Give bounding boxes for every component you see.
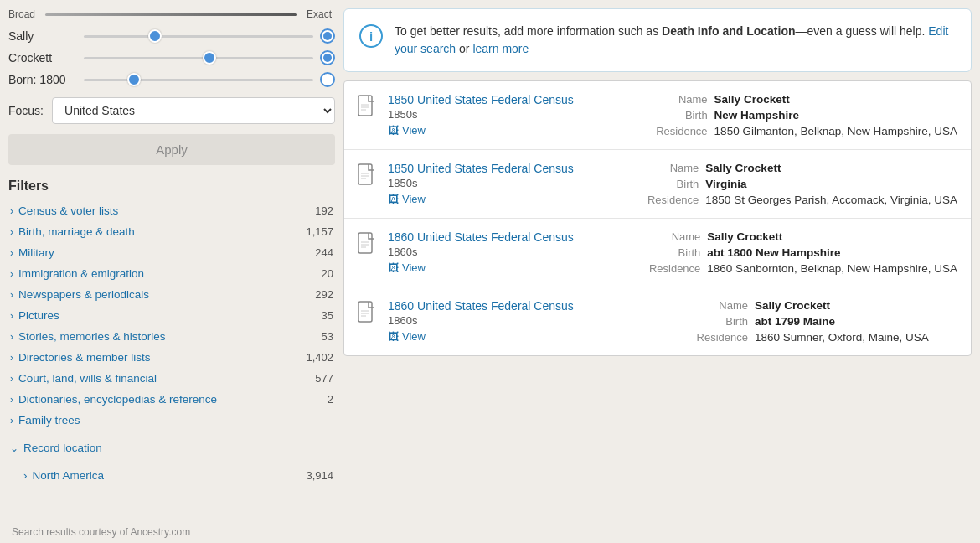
result-view[interactable]: 🖼 View xyxy=(388,124,637,137)
result-link[interactable]: 1860 United States Federal Census xyxy=(388,230,574,244)
result-decade: 1860s xyxy=(388,314,678,327)
birth-value: Virginia xyxy=(705,178,746,190)
born-radio[interactable] xyxy=(320,72,335,87)
result-title[interactable]: 1850 United States Federal Census xyxy=(388,93,637,106)
focus-select[interactable]: United States All North America United K… xyxy=(52,97,335,124)
filter-family[interactable]: › Family trees xyxy=(8,410,335,431)
learn-more-link[interactable]: learn more xyxy=(472,42,529,55)
residence-value: 1860 Sanbornton, Belknap, New Hampshire,… xyxy=(707,262,957,275)
filter-immigration-label: Immigration & emigration xyxy=(18,267,144,280)
detail-birth-row: Birth New Hampshire xyxy=(649,109,957,122)
filter-birth-label: Birth, marriage & death xyxy=(18,225,135,238)
result-details: Name Sally Crockett Birth abt 1800 New H… xyxy=(642,230,957,275)
chevron-icon: › xyxy=(10,247,13,259)
filter-list: › Census & voter lists 192 › Birth, marr… xyxy=(8,200,335,431)
document-icon xyxy=(358,95,376,121)
north-america-row[interactable]: › North America 3,914 xyxy=(8,465,335,486)
filter-court[interactable]: › Court, land, wills & financial 577 xyxy=(8,368,335,389)
crockett-radio[interactable] xyxy=(320,50,335,65)
chevron-icon: › xyxy=(10,394,13,406)
filter-directories-label: Directories & member lists xyxy=(18,351,151,364)
result-view[interactable]: 🖼 View xyxy=(388,193,628,205)
filter-directories-count: 1,402 xyxy=(306,351,333,364)
result-title[interactable]: 1860 United States Federal Census xyxy=(388,230,630,244)
filter-pictures[interactable]: › Pictures 35 xyxy=(8,305,335,326)
filter-dictionaries[interactable]: › Dictionaries, encyclopedias & referenc… xyxy=(8,389,335,410)
north-america-label: North America xyxy=(33,469,105,482)
filter-birth[interactable]: › Birth, marriage & death 1,157 xyxy=(8,221,335,242)
filter-newspapers[interactable]: › Newspapers & periodicals 292 xyxy=(8,284,335,305)
crockett-slider[interactable] xyxy=(84,57,313,59)
filter-pictures-label: Pictures xyxy=(18,309,59,322)
sally-label: Sally xyxy=(8,29,84,43)
results-list: 1850 United States Federal Census 1850s … xyxy=(343,80,972,356)
sally-slider[interactable] xyxy=(84,35,313,38)
result-link[interactable]: 1850 United States Federal Census xyxy=(388,93,574,106)
name-value: Sally Crockett xyxy=(755,299,830,312)
result-row: 1860 United States Federal Census 1860s … xyxy=(344,219,971,287)
view-label[interactable]: View xyxy=(402,124,426,137)
result-row: 1850 United States Federal Census 1850s … xyxy=(344,81,971,150)
footer-text: Search results courtesy of Ancestry.com xyxy=(10,520,192,543)
born-label: Born: 1800 xyxy=(8,73,84,86)
filter-immigration[interactable]: › Immigration & emigration 20 xyxy=(8,263,335,284)
crockett-label: Crockett xyxy=(8,51,84,65)
broad-label: Broad xyxy=(8,8,35,20)
detail-birth-row: Birth Virginia xyxy=(640,178,957,190)
filter-census-count: 192 xyxy=(315,204,333,217)
record-location-header[interactable]: ⌄ Record location xyxy=(8,437,335,458)
filter-newspapers-label: Newspapers & periodicals xyxy=(18,288,149,301)
filter-stories-count: 53 xyxy=(322,330,333,343)
view-label[interactable]: View xyxy=(402,193,426,205)
residence-label: Residence xyxy=(642,262,700,275)
crockett-row: Crockett xyxy=(8,50,335,65)
name-label: Name xyxy=(689,299,748,312)
image-icon: 🖼 xyxy=(388,193,399,205)
result-link[interactable]: 1850 United States Federal Census xyxy=(388,162,574,175)
view-label[interactable]: View xyxy=(402,330,426,343)
filter-stories-label: Stories, memories & histories xyxy=(18,330,166,343)
info-icon: i xyxy=(359,24,383,48)
info-text-after: —even a guess will help. xyxy=(796,24,929,38)
filter-birth-count: 1,157 xyxy=(306,225,333,238)
info-box: i To get better results, add more inform… xyxy=(343,8,972,72)
birth-value: abt 1800 New Hampshire xyxy=(707,246,840,259)
result-view[interactable]: 🖼 View xyxy=(388,330,678,343)
view-label[interactable]: View xyxy=(402,261,426,274)
result-title[interactable]: 1860 United States Federal Census xyxy=(388,299,678,313)
filter-stories[interactable]: › Stories, memories & histories 53 xyxy=(8,326,335,347)
residence-label: Residence xyxy=(649,125,708,137)
filter-directories[interactable]: › Directories & member lists 1,402 xyxy=(8,347,335,368)
result-details: Name Sally Crockett Birth Virginia Resid… xyxy=(640,162,957,206)
detail-birth-row: Birth abt 1800 New Hampshire xyxy=(642,246,957,259)
detail-name-row: Name Sally Crockett xyxy=(649,93,957,106)
detail-residence-row: Residence 1850 Gilmanton, Belknap, New H… xyxy=(649,125,957,137)
north-america-count: 3,914 xyxy=(306,469,333,482)
filter-dictionaries-label: Dictionaries, encyclopedias & reference xyxy=(18,393,217,406)
svg-rect-0 xyxy=(358,96,372,116)
name-label: Name xyxy=(642,230,700,243)
result-view[interactable]: 🖼 View xyxy=(388,261,630,274)
result-title[interactable]: 1850 United States Federal Census xyxy=(388,162,628,175)
chevron-icon: › xyxy=(10,415,13,427)
filter-dictionaries-count: 2 xyxy=(328,393,333,406)
chevron-icon: › xyxy=(10,373,13,385)
birth-value: abt 1799 Maine xyxy=(755,315,835,328)
born-slider[interactable] xyxy=(84,79,313,81)
filter-military-count: 244 xyxy=(315,246,333,259)
chevron-icon: › xyxy=(10,352,13,364)
chevron-icon: › xyxy=(10,226,13,238)
result-link[interactable]: 1860 United States Federal Census xyxy=(388,299,574,313)
result-decade: 1850s xyxy=(388,177,628,189)
filter-census[interactable]: › Census & voter lists 192 xyxy=(8,200,335,221)
detail-name-row: Name Sally Crockett xyxy=(642,230,957,243)
detail-name-row: Name Sally Crockett xyxy=(640,162,957,174)
name-label: Name xyxy=(640,162,699,174)
focus-label: Focus: xyxy=(8,104,44,117)
image-icon: 🖼 xyxy=(388,261,399,274)
apply-button[interactable]: Apply xyxy=(8,134,335,165)
sally-radio[interactable] xyxy=(320,28,335,44)
detail-residence-row: Residence 1860 Sumner, Oxford, Maine, US… xyxy=(689,331,957,344)
filter-military[interactable]: › Military 244 xyxy=(8,242,335,263)
chevron-icon: › xyxy=(23,469,28,482)
